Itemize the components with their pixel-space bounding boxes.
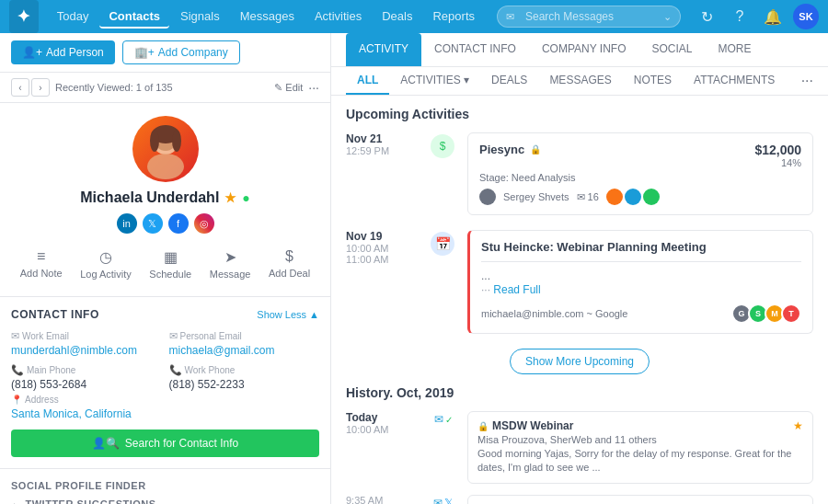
tab-more[interactable]: MORE <box>706 33 765 66</box>
left-toolbar: 👤+ Add Person 🏢+ Add Company <box>0 33 330 73</box>
nav-signals[interactable]: Signals <box>171 6 229 29</box>
add-person-button[interactable]: 👤+ Add Person <box>11 40 115 64</box>
address-item: 📍 Address Santa Monica, California <box>11 395 319 420</box>
history-card-header-1: 🔒 MSDW Webinar ★ <box>477 419 803 432</box>
back-arrow-icon: ← <box>11 498 22 504</box>
contact-info-grid: ✉ Work Email munderdahl@nimble.com ✉ Per… <box>11 330 319 391</box>
add-note-button[interactable]: ≡ Add Note <box>20 248 63 280</box>
search-expand-icon[interactable]: ⌄ <box>663 11 672 23</box>
read-full-button[interactable]: ··· Read Full <box>481 283 541 296</box>
nav-activities[interactable]: Activities <box>305 6 371 29</box>
schedule-icon: ▦ <box>164 248 178 266</box>
edit-button[interactable]: ✎ Edit <box>274 82 303 94</box>
sub-tab-bar: ALL ACTIVITIES ▾ DEALS MESSAGES NOTES AT… <box>331 67 828 96</box>
meeting-text: ... <box>481 269 801 282</box>
tab-social[interactable]: SOCIAL <box>638 33 705 66</box>
search-input[interactable] <box>497 6 681 28</box>
user-avatar[interactable]: SK <box>793 4 819 29</box>
message-button[interactable]: ➤ Message <box>210 248 251 280</box>
nav-items: Today Contacts Signals Messages Activiti… <box>48 6 484 29</box>
meeting-title: Stu Heincke: Webinar Planning Meeting <box>481 240 801 254</box>
personal-email-value[interactable]: michaela@gmail.com <box>169 344 320 357</box>
calendar-icon: 📅 <box>431 232 454 256</box>
history-card-subtitle-1: Misa Prouzova, SherWeb and 11 others <box>477 434 803 445</box>
person-avatar <box>479 189 496 205</box>
meeting-divider <box>481 261 801 262</box>
contact-name: Michaela Underdahl ★ ● <box>11 189 319 206</box>
meeting-footer: michaela@nimble.com ~ Google G S M T <box>481 304 801 324</box>
whatsapp-icon[interactable]: ● <box>242 190 249 205</box>
participant-avatar-3 <box>643 189 660 205</box>
instagram-icon[interactable]: ◎ <box>194 213 214 234</box>
nav-contacts[interactable]: Contacts <box>99 6 169 29</box>
search-contact-info-button[interactable]: 👤🔍 Search for Contact Info <box>11 430 319 457</box>
email-icon: ✉ <box>11 330 19 342</box>
history-card-title-1: 🔒 MSDW Webinar <box>477 419 573 432</box>
add-company-button[interactable]: 🏢+ Add Company <box>122 40 240 64</box>
star-icon[interactable]: ★ <box>793 419 803 432</box>
notifications-button[interactable]: 🔔 <box>760 4 786 29</box>
add-deal-icon: $ <box>285 248 293 265</box>
left-panel: 👤+ Add Person 🏢+ Add Company ‹ › Recentl… <box>0 33 331 504</box>
work-email-item: ✉ Work Email munderdahl@nimble.com <box>11 330 162 357</box>
meeting-card: Stu Heincke: Webinar Planning Meeting ..… <box>467 230 813 334</box>
deal-stage: Stage: Need Analysis <box>479 172 801 183</box>
activity-icon-col-1: $ <box>431 132 456 215</box>
nav-deals[interactable]: Deals <box>373 6 421 29</box>
more-options-button[interactable]: ··· <box>308 80 319 95</box>
schedule-button[interactable]: ▦ Schedule <box>149 248 191 280</box>
refresh-button[interactable]: ↻ <box>694 4 719 29</box>
right-panel: ACTIVITY CONTACT INFO COMPANY INFO SOCIA… <box>331 33 828 504</box>
contact-profile: Michaela Underdahl ★ ● in 𝕏 f ◎ ≡ Add No… <box>0 103 330 297</box>
email-icon-2: ✉ <box>433 497 443 504</box>
sub-tab-activities[interactable]: ACTIVITIES ▾ <box>389 67 480 95</box>
nav-messages[interactable]: Messages <box>231 6 304 29</box>
tab-bar: ACTIVITY CONTACT INFO COMPANY INFO SOCIA… <box>331 33 828 67</box>
deal-icon: $ <box>431 134 454 158</box>
deal-card: Piesync 🔒 $12,000 14% Stage: Need Analys… <box>467 132 813 215</box>
app-logo[interactable]: ✦ <box>9 0 39 33</box>
sub-tab-more-button[interactable]: ··· <box>801 73 813 89</box>
contact-info-section: CONTACT INFO Show Less ▲ ✉ Work Email mu… <box>0 297 330 469</box>
personal-email-item: ✉ Personal Email michaela@gmail.com <box>169 330 320 357</box>
activity-content: Upcoming Activities Nov 21 12:59 PM $ Pi… <box>331 96 828 504</box>
favorite-star-icon[interactable]: ★ <box>224 190 236 205</box>
linkedin-icon[interactable]: in <box>117 213 137 234</box>
sub-tab-messages[interactable]: MESSAGES <box>538 67 622 95</box>
nav-today[interactable]: Today <box>48 6 98 29</box>
activity-item-1: Nov 21 12:59 PM $ Piesync 🔒 $12,000 1 <box>346 132 813 215</box>
sub-tab-notes[interactable]: NOTES <box>623 67 683 95</box>
location-icon: 📍 <box>11 395 22 405</box>
participant-avatar-1 <box>606 189 623 205</box>
email-icon: ✉ <box>434 413 443 426</box>
contact-photo <box>132 116 199 182</box>
tab-activity[interactable]: ACTIVITY <box>346 33 421 66</box>
add-company-icon: 🏢+ <box>134 46 155 59</box>
twitter-suggestions-header: ← TWITTER SUGGESTIONS <box>11 498 319 504</box>
show-more-upcoming-button[interactable]: Show More Upcoming <box>510 349 650 374</box>
sub-tab-all[interactable]: ALL <box>346 67 389 95</box>
social-profile-finder-title: SOCIAL PROFILE FINDER <box>11 480 319 491</box>
add-note-icon: ≡ <box>37 248 45 265</box>
logo-icon: ✦ <box>17 6 30 27</box>
lock-icon: 🔒 <box>530 144 541 155</box>
deal-percent: 14% <box>754 157 801 168</box>
tab-company-info[interactable]: COMPANY INFO <box>529 33 639 66</box>
facebook-icon[interactable]: f <box>168 213 189 234</box>
tab-contact-info[interactable]: CONTACT INFO <box>421 33 529 66</box>
show-less-button[interactable]: Show Less ▲ <box>257 309 319 320</box>
prev-contact-button[interactable]: ‹ <box>11 78 29 97</box>
add-deal-button[interactable]: $ Add Deal <box>269 248 310 280</box>
next-contact-button[interactable]: › <box>31 78 50 97</box>
sub-tab-attachments[interactable]: ATTACHMENTS <box>683 67 786 95</box>
help-button[interactable]: ? <box>727 4 753 29</box>
sub-tab-deals[interactable]: DEALS <box>480 67 538 95</box>
attendee-4: T <box>781 304 801 324</box>
nav-reports[interactable]: Reports <box>423 6 484 29</box>
twitter-icon[interactable]: 𝕏 <box>143 213 163 234</box>
activity-date-2: Nov 19 10:00 AM 11:00 AM <box>346 230 420 334</box>
work-email-value[interactable]: munderdahl@nimble.com <box>11 344 162 357</box>
log-activity-button[interactable]: ◷ Log Activity <box>80 248 132 280</box>
history-card-1: 🔒 MSDW Webinar ★ Misa Prouzova, SherWeb … <box>467 411 813 484</box>
svg-point-4 <box>150 130 159 152</box>
